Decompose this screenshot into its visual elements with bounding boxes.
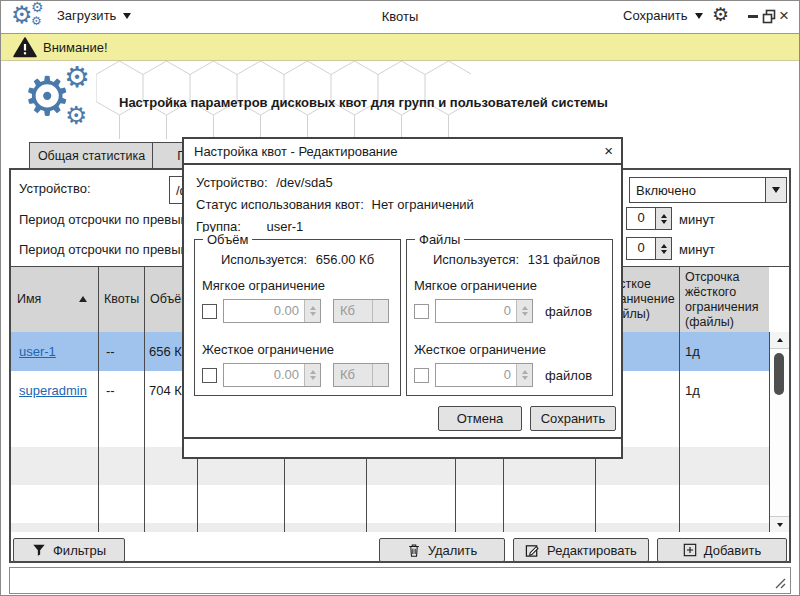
funnel-icon — [32, 543, 46, 557]
spinner-value: 0 — [626, 207, 656, 230]
files-used-line: Используется: 131 файлов — [433, 252, 600, 267]
add-button-label: Добавить — [704, 543, 761, 558]
chevron-down-icon — [372, 300, 388, 322]
user-link[interactable]: superadmin — [19, 383, 87, 398]
maximize-button[interactable] — [762, 9, 777, 27]
maximize-icon — [762, 9, 777, 24]
spinner-arrows-icon[interactable] — [656, 207, 672, 230]
files-legend: Файлы — [415, 232, 464, 247]
volume-soft-limit-checkbox[interactable] — [202, 304, 217, 319]
volume-hard-limit-checkbox[interactable] — [202, 368, 217, 383]
edit-button[interactable]: Редактировать — [513, 538, 649, 562]
files-soft-limit-checkbox[interactable] — [414, 304, 429, 319]
grace-minutes-unit-2: минут — [679, 242, 715, 257]
dialog-status-value: Нет ограничений — [372, 197, 474, 212]
grace-minutes-spinner-2[interactable]: 0 — [626, 237, 672, 260]
close-button[interactable]: × — [779, 6, 789, 26]
scroll-up-button[interactable] — [770, 332, 789, 349]
spinner-value: 0 — [626, 237, 656, 260]
column-header-quotas[interactable]: Квоты — [98, 267, 144, 332]
volume-soft-unit-dropdown[interactable]: Кб — [333, 299, 389, 323]
spinner-arrows-icon — [516, 364, 532, 386]
files-hard-limit-label: Жесткое ограничение — [414, 342, 546, 357]
plus-square-icon — [683, 543, 697, 557]
files-hard-limit-checkbox[interactable] — [414, 368, 429, 383]
grace-minutes-spinner-1[interactable]: 0 — [626, 207, 672, 230]
volume-soft-limit-label: Мягкое ограничение — [202, 278, 325, 293]
add-button[interactable]: Добавить — [657, 538, 787, 562]
page-banner: ⚙ ⚙ ⚙ Настройка параметров дисковых квот… — [1, 61, 799, 141]
warning-text: Внимание! — [43, 40, 108, 55]
volume-legend: Объём — [203, 232, 252, 247]
scrollbar-thumb[interactable] — [774, 353, 784, 395]
spinner-arrows-icon — [304, 364, 320, 386]
volume-hard-limit-label: Жесткое ограничение — [202, 342, 334, 357]
status-bar — [9, 567, 791, 594]
volume-groupbox: Объём Используется: 656.00 Кб Мягкое огр… — [194, 239, 401, 396]
spinner-arrows-icon[interactable] — [656, 237, 672, 260]
spinner-arrows-icon — [304, 300, 320, 322]
volume-hard-unit-dropdown[interactable]: Кб — [333, 363, 389, 387]
scroll-down-button[interactable] — [770, 516, 789, 532]
device-label: Устройство: — [19, 181, 91, 196]
dialog-cancel-button[interactable]: Отмена — [438, 406, 522, 431]
sort-asc-icon — [79, 296, 87, 302]
volume-hard-limit-spinbox[interactable]: 0.00 — [223, 363, 321, 387]
dialog-save-button[interactable]: Сохранить — [530, 406, 616, 431]
chevron-down-icon — [372, 364, 388, 386]
column-header-grace-hard-files[interactable]: Отсрочка жёсткого ограничения (файлы) — [679, 267, 769, 332]
grace-minutes-unit-1: минут — [679, 212, 715, 227]
dialog-device-value: /dev/sda5 — [276, 175, 332, 190]
chevron-down-icon — [695, 13, 703, 19]
dialog-titlebar: Настройка квот - Редактирование × — [184, 139, 621, 165]
volume-soft-limit-spinbox[interactable]: 0.00 — [223, 299, 321, 323]
dialog-status-line: Статус использования квот: Нет ограничен… — [196, 197, 474, 212]
vertical-scrollbar[interactable] — [769, 332, 789, 532]
files-soft-limit-label: Мягкое ограничение — [414, 278, 537, 293]
warning-banner: Внимание! — [1, 34, 799, 61]
user-link[interactable]: user-1 — [19, 344, 56, 359]
quota-status-dropdown[interactable]: Включено — [629, 177, 787, 203]
files-hard-unit-label: файлов — [545, 368, 592, 383]
files-soft-unit-label: файлов — [545, 304, 592, 319]
save-menu-label: Сохранить — [623, 8, 688, 23]
tab-label: Общая статистика — [38, 149, 145, 163]
files-hard-limit-spinbox[interactable]: 0 — [435, 363, 533, 387]
settings-gear-icon[interactable]: ⚙ — [712, 5, 729, 24]
delete-button-label: Удалить — [428, 543, 478, 558]
dialog-device-line: Устройство: /dev/sda5 — [196, 175, 333, 190]
empty-row — [11, 523, 769, 532]
edit-quota-dialog: Настройка квот - Редактирование × Устрой… — [182, 137, 623, 459]
chevron-down-icon — [765, 178, 786, 202]
cell-grace-files: 1д — [679, 371, 769, 409]
edit-button-label: Редактировать — [547, 543, 637, 558]
files-soft-limit-spinbox[interactable]: 0 — [435, 299, 533, 323]
app-window: ⚙ ⚙ ⚙ Загрузить Квоты Сохранить ⚙ × Вним… — [0, 0, 800, 596]
quota-status-value: Включено — [630, 183, 765, 198]
dialog-close-icon[interactable]: × — [604, 142, 613, 159]
filters-button[interactable]: Фильтры — [13, 538, 125, 562]
tab-general-statistics[interactable]: Общая статистика — [29, 142, 154, 169]
files-groupbox: Файлы Используется: 131 файлов Мягкое ог… — [406, 239, 613, 396]
dialog-title: Настройка квот - Редактирование — [194, 144, 398, 159]
edit-pencil-icon — [525, 543, 540, 558]
dialog-group-value: user-1 — [266, 219, 303, 234]
filters-button-label: Фильтры — [53, 543, 106, 558]
page-title: Настройка параметров дисковых квот для г… — [119, 95, 608, 110]
trash-icon — [407, 543, 421, 558]
save-menu-button[interactable]: Сохранить — [623, 8, 703, 23]
spinner-arrows-icon — [516, 300, 532, 322]
cell-grace-files: 1д — [679, 332, 769, 371]
cell-quotas: -- — [98, 371, 144, 409]
resize-grip-icon[interactable] — [774, 577, 787, 590]
minimize-button[interactable] — [748, 15, 758, 18]
column-header-name[interactable]: Имя — [11, 267, 98, 332]
volume-used-line: Используется: 656.00 Кб — [221, 252, 374, 267]
top-toolbar: ⚙ ⚙ ⚙ Загрузить Квоты Сохранить ⚙ × — [1, 1, 799, 34]
delete-button[interactable]: Удалить — [379, 538, 505, 562]
cell-quotas: -- — [98, 332, 144, 371]
dialog-bottom-strip — [184, 437, 621, 457]
warning-triangle-icon — [13, 37, 37, 58]
